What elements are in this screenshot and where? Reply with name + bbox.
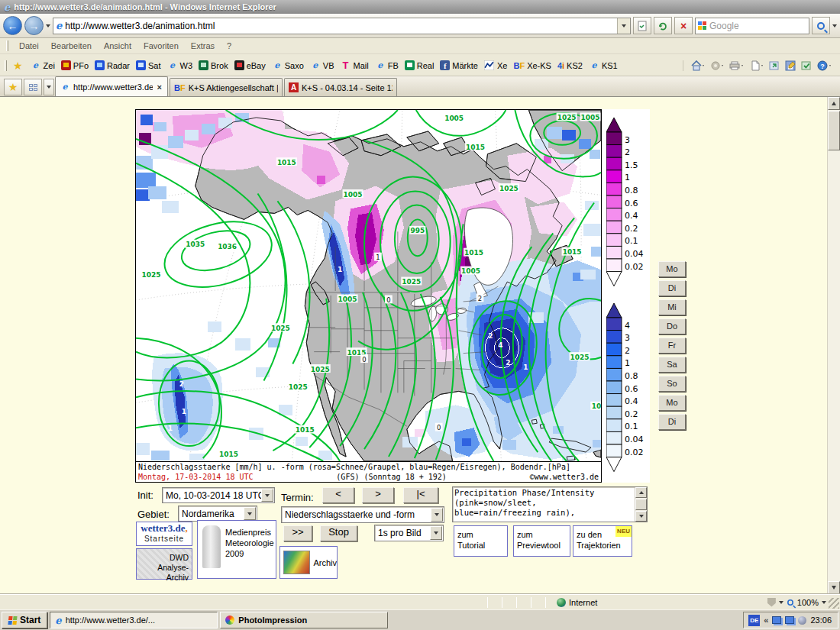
link-xe[interactable]: Xe — [481, 59, 510, 73]
scroll-thumb[interactable] — [828, 111, 840, 150]
network-icon-2[interactable] — [785, 616, 794, 624]
dwd-archiv-link[interactable]: DWD Analyse-Archiv — [136, 548, 192, 580]
tab-list-dropdown[interactable] — [44, 79, 54, 95]
day-button-di-1[interactable]: Di — [658, 280, 686, 296]
scroll-up-button[interactable] — [635, 487, 647, 498]
menu-item-extras[interactable]: Extras — [185, 39, 221, 53]
print-icon[interactable] — [729, 60, 745, 71]
zoom-icon[interactable] — [787, 599, 793, 606]
day-button-fr-4[interactable]: Fr — [658, 338, 686, 354]
info-scrollbar[interactable] — [635, 487, 647, 522]
language-indicator[interactable]: DE — [748, 615, 760, 626]
gebiet-select[interactable]: Nordamerika — [178, 506, 257, 522]
refresh-button[interactable] — [654, 17, 672, 34]
menu-item-ansicht[interactable]: Ansicht — [98, 39, 137, 53]
protected-mode-icon[interactable] — [767, 598, 776, 607]
tab-http-www-wetter3-de[interactable]: ehttp://www.wetter3.de/...× — [55, 76, 168, 96]
link-xe-ks[interactable]: BFXe-KS — [510, 59, 554, 73]
day-button-do-3[interactable]: Do — [658, 318, 686, 334]
address-bar[interactable]: e http://www.wetter3.de/animation.html — [53, 18, 631, 34]
scroll-down-button[interactable] — [828, 581, 840, 594]
page-icon[interactable] — [750, 60, 764, 71]
taskbar-task-ie[interactable]: e http://www.wetter3.de/... — [50, 612, 218, 628]
search-go-button[interactable] — [812, 17, 830, 34]
save-edit-icon[interactable] — [785, 60, 796, 71]
address-dropdown-button[interactable] — [617, 18, 630, 34]
safety-check-icon[interactable] — [801, 60, 812, 71]
start-button[interactable]: Start — [2, 612, 47, 628]
termin-prev-button[interactable]: < — [322, 487, 354, 503]
menu-item-datei[interactable]: Datei — [13, 39, 45, 53]
day-button-mi-2[interactable]: Mi — [658, 299, 686, 315]
wetter3-home-link[interactable]: wetter3.de, Startseite — [136, 522, 192, 546]
window-scrollbar[interactable] — [827, 97, 840, 594]
taskbar-task-photoimpression[interactable]: PhotoImpression — [220, 612, 388, 628]
link-ks1[interactable]: eKS1 — [586, 59, 621, 73]
menu-item-favoriten[interactable]: Favoriten — [137, 39, 185, 53]
favorites-star-icon[interactable]: ★ — [13, 60, 23, 72]
update-icon[interactable] — [798, 616, 806, 625]
scroll-up-button[interactable] — [828, 97, 840, 110]
open-new-window-icon[interactable] — [769, 60, 780, 71]
parameter-select[interactable]: Niederschlagsstaerke und -form — [281, 506, 444, 523]
link-ebay[interactable]: eBay — [231, 59, 269, 72]
link-radar[interactable]: Radar — [92, 59, 133, 72]
network-icon[interactable] — [772, 616, 781, 624]
link-zei[interactable]: eZei — [27, 59, 58, 73]
clock[interactable]: 23:06 — [810, 615, 832, 625]
stop-animation-button[interactable]: Stop — [320, 525, 357, 541]
help-icon[interactable]: ? — [817, 60, 832, 71]
address-text[interactable]: http://www.wetter3.de/animation.html — [65, 21, 614, 31]
link-real[interactable]: Real — [402, 59, 438, 72]
side-link-trajektorien[interactable]: zu denTrajektorienNEU — [573, 525, 632, 557]
quick-tabs-button[interactable] — [24, 79, 42, 95]
day-button-mo-7[interactable]: Mo — [658, 395, 686, 411]
zoom-level[interactable]: 100% — [797, 598, 819, 607]
scroll-down-button[interactable] — [635, 511, 647, 522]
link-brok[interactable]: Brok — [195, 59, 231, 72]
tab-k-s-04-03-14-seite-12[interactable]: AK+S - 04.03.14 - Seite 12 - ... — [284, 78, 397, 96]
archiv-link[interactable]: Archiv — [279, 546, 338, 579]
link-w3[interactable]: eW3 — [164, 59, 196, 73]
stop-button[interactable]: × — [674, 17, 693, 34]
link-m-rkte[interactable]: fMärkte — [437, 59, 481, 72]
side-link-tutorial[interactable]: zumTutorial — [454, 525, 508, 557]
init-select[interactable]: Mo, 10-03-2014 18 UTC — [162, 487, 275, 503]
search-box[interactable]: Google — [695, 18, 809, 34]
link-mail[interactable]: TMail — [337, 59, 371, 73]
menu-item-bearbeiten[interactable]: Bearbeiten — [45, 39, 98, 53]
back-button[interactable]: ← — [3, 16, 22, 35]
forward-button[interactable]: → — [24, 16, 44, 35]
day-button-mo-0[interactable]: Mo — [658, 261, 686, 277]
link-fb[interactable]: eFB — [372, 59, 402, 73]
side-link-previewtool[interactable]: zumPreviewtool — [513, 525, 570, 557]
link-pfo[interactable]: PFo — [58, 59, 92, 72]
info-textarea[interactable]: Precipitation Phase/Intensity (pink=snow… — [452, 486, 648, 522]
menu-item-item[interactable]: ? — [221, 39, 237, 53]
protected-mode-dropdown[interactable] — [779, 601, 783, 604]
tab-k-s-aktiengesellschaft-akti[interactable]: BFK+S Aktiengesellschaft | Akti... — [170, 78, 283, 96]
day-button-di-8[interactable]: Di — [658, 414, 686, 430]
scroll-thumb[interactable] — [635, 499, 647, 510]
speed-select[interactable]: 1s pro Bild — [374, 525, 444, 541]
home-icon[interactable] — [691, 60, 705, 71]
history-dropdown-icon[interactable] — [46, 24, 50, 27]
day-button-sa-5[interactable]: Sa — [658, 357, 686, 373]
tray-expand-chevrons[interactable]: « — [764, 615, 768, 625]
search-placeholder[interactable]: Google — [709, 21, 739, 31]
feeds-icon[interactable] — [710, 60, 724, 71]
link-sat[interactable]: Sat — [133, 59, 164, 72]
link-saxo[interactable]: eSaxo — [269, 59, 307, 73]
tab-close-icon[interactable]: × — [156, 82, 163, 92]
favorites-center-button[interactable]: ★ — [4, 79, 22, 95]
termin-next-button[interactable]: > — [362, 487, 394, 503]
termin-first-button[interactable]: |< — [403, 487, 438, 503]
medienpreis-link[interactable]: Medienpreis Meteorologie 2009 — [197, 520, 276, 579]
zoom-dropdown[interactable] — [822, 601, 826, 604]
search-options-dropdown-icon[interactable] — [832, 24, 837, 27]
play-button[interactable]: >> — [283, 525, 312, 541]
compatibility-view-button[interactable] — [633, 17, 651, 34]
link-ks2[interactable]: 4iKS2 — [554, 59, 586, 73]
link-vb[interactable]: eVB — [307, 59, 338, 73]
day-button-so-6[interactable]: So — [658, 376, 686, 392]
